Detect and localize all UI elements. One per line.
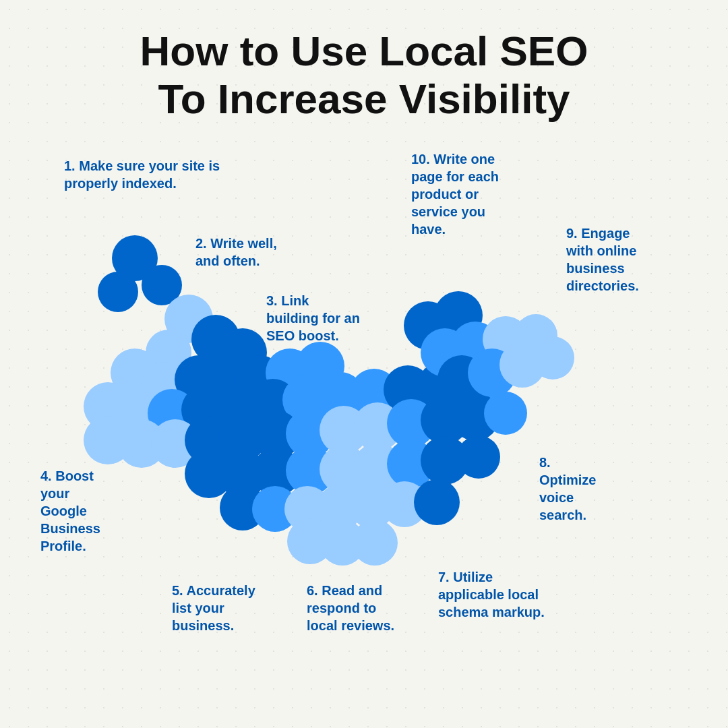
tip-label-tip5: 5. Accurately list your business. bbox=[172, 582, 255, 634]
tip-label-tip6: 6. Read and respond to local reviews. bbox=[307, 582, 394, 634]
tip-label-tip7: 7. Utilize applicable local schema marku… bbox=[438, 568, 545, 621]
map-circle-54 bbox=[414, 479, 460, 525]
tip-label-tip1: 1. Make sure your site is properly index… bbox=[64, 157, 220, 192]
map-circle-67 bbox=[531, 336, 574, 380]
tip-label-tip4: 4. Boost your Google Business Profile. bbox=[40, 467, 100, 555]
title-line1: How to Use Local SEO bbox=[140, 28, 588, 74]
tip-label-tip3: 3. Link building for an SEO boost. bbox=[266, 292, 360, 344]
tip-label-tip8: 8. Optimize voice search. bbox=[539, 454, 596, 524]
map-area: 1. Make sure your site is properly index… bbox=[0, 137, 728, 728]
title-line2: To Increase Visibility bbox=[158, 75, 570, 122]
tip-label-tip2: 2. Write well, and often. bbox=[195, 235, 277, 270]
map-circle-57 bbox=[352, 520, 398, 566]
page-title: How to Use Local SEO To Increase Visibil… bbox=[140, 27, 588, 123]
main-container: How to Use Local SEO To Increase Visibil… bbox=[0, 0, 728, 728]
map-circle-47 bbox=[457, 435, 500, 479]
tip-label-tip9: 9. Engage with online business directori… bbox=[566, 224, 639, 295]
map-circle-2 bbox=[98, 272, 138, 312]
map-circle-38 bbox=[484, 392, 527, 435]
tip-label-tip10: 10. Write one page for each product or s… bbox=[411, 150, 499, 238]
